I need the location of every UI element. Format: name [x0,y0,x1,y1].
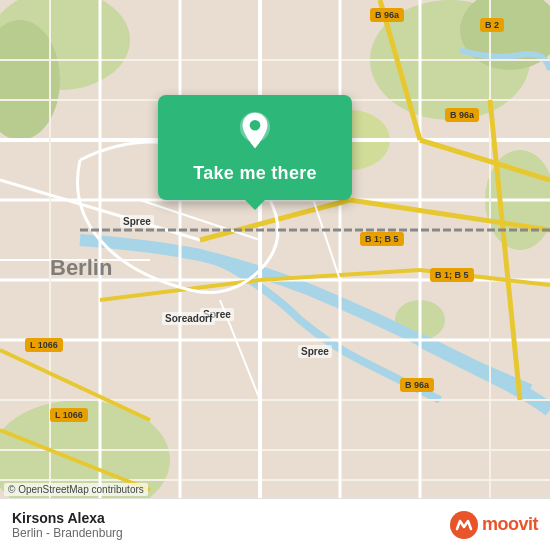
attribution-text: © OpenStreetMap contributors [4,483,148,496]
label-spree-3: Spree [298,345,332,358]
location-region: Berlin - Brandenburg [12,526,123,540]
popup-card: Take me there [158,95,352,200]
badge-b2: B 2 [480,18,504,32]
location-info: Kirsons Alexa Berlin - Brandenburg [12,510,123,540]
moovit-icon [450,511,478,539]
badge-l1066-1: L 1066 [25,338,63,352]
badge-b1b5-1: B 1; B 5 [360,232,404,246]
badge-b96a-top: B 96a [370,8,404,22]
badge-b1b5-2: B 1; B 5 [430,268,474,282]
label-soreadorf: Soreadorf [162,312,215,325]
label-spree-1: Spree [120,215,154,228]
badge-b96a-right: B 96a [445,108,479,122]
moovit-logo: moovit [450,511,538,539]
location-name: Kirsons Alexa [12,510,123,526]
badge-l1066-2: L 1066 [50,408,88,422]
svg-point-42 [250,120,261,131]
location-pin-icon [235,111,275,151]
bottom-bar: Kirsons Alexa Berlin - Brandenburg moovi… [0,498,550,550]
map-container: B 96a B 2 B 96a B 1; B 5 B 1; B 5 B 96a … [0,0,550,550]
city-label-berlin: Berlin [50,255,112,281]
moovit-text: moovit [482,514,538,535]
take-me-there-button[interactable]: Take me there [185,159,325,188]
badge-b96a-bottom: B 96a [400,378,434,392]
